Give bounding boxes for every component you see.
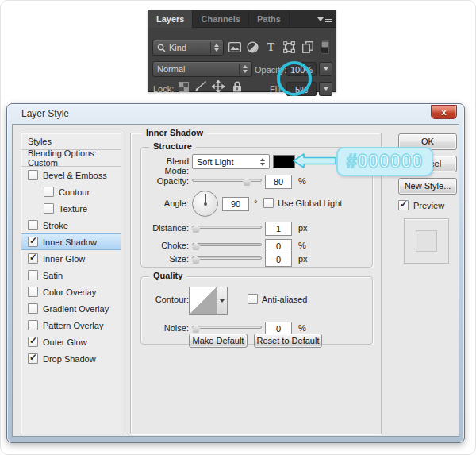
close-button[interactable]: x	[431, 105, 457, 119]
lock-all-button[interactable]	[231, 80, 244, 93]
styles-item-color-overlay[interactable]: Color Overlay	[21, 283, 121, 300]
contour-checkbox[interactable]	[44, 187, 54, 197]
filter-shape-button[interactable]	[282, 40, 296, 54]
stroke-checkbox[interactable]	[28, 220, 38, 230]
lock-position-button[interactable]	[212, 80, 225, 93]
satin-checkbox[interactable]	[28, 270, 38, 280]
noise-slider[interactable]	[192, 323, 262, 334]
use-global-light-checkbox[interactable]	[263, 198, 274, 208]
styles-list-header[interactable]: Styles	[21, 133, 121, 150]
lock-label: Lock:	[153, 84, 174, 94]
anti-aliased-checkbox[interactable]	[248, 294, 258, 304]
size-label: Size:	[141, 254, 189, 264]
lock-pixels-button[interactable]	[194, 80, 207, 93]
preview-row: Preview	[398, 200, 444, 210]
styles-item-blending-options[interactable]: Blending Options: Custom	[21, 150, 121, 167]
styles-item-satin[interactable]: Satin	[21, 267, 121, 283]
filter-adjustment-button[interactable]	[246, 40, 259, 54]
styles-item-pattern-overlay[interactable]: Pattern Overlay	[21, 317, 121, 334]
styles-header-label: Styles	[28, 137, 52, 146]
styles-item-inner-shadow[interactable]: Inner Shadow	[21, 233, 121, 250]
tab-paths[interactable]: Paths	[249, 10, 290, 28]
styles-item-texture[interactable]: Texture	[21, 200, 121, 217]
tab-channels[interactable]: Channels	[193, 10, 249, 28]
size-value-field[interactable]: 0	[265, 253, 292, 267]
callout-text: #000000	[347, 151, 424, 172]
preview-checkbox[interactable]	[398, 200, 409, 210]
chevron-down-icon	[324, 87, 328, 91]
opacity-dropdown-button[interactable]	[319, 62, 332, 76]
style-item-label: Gradient Overlay	[43, 304, 109, 314]
size-unit: px	[298, 254, 308, 264]
smart-object-icon	[302, 41, 313, 53]
style-item-label: Inner Shadow	[43, 237, 97, 247]
slider-track	[192, 243, 262, 246]
panel-menu-button[interactable]	[317, 15, 332, 24]
filter-smart-object-button[interactable]	[301, 40, 314, 54]
distance-slider[interactable]	[192, 223, 262, 234]
tab-layers[interactable]: Layers	[148, 10, 193, 28]
angle-dial[interactable]	[192, 191, 218, 217]
new-style-button[interactable]: New Style...	[398, 178, 457, 195]
styles-item-gradient-overlay[interactable]: Gradient Overlay	[21, 300, 121, 317]
inner-glow-checkbox[interactable]	[28, 253, 38, 264]
pattern-overlay-checkbox[interactable]	[28, 320, 38, 330]
styles-item-outer-glow[interactable]: Outer Glow	[21, 334, 121, 350]
filter-toggle[interactable]	[320, 40, 329, 54]
bevel-emboss-checkbox[interactable]	[28, 170, 38, 180]
fill-dropdown-button[interactable]	[319, 82, 332, 96]
opacity-row: Opacity: 80 %	[141, 174, 372, 190]
opacity-value-field[interactable]: 80	[265, 175, 292, 189]
styles-list: Styles Blending Options: Custom Bevel & …	[21, 133, 121, 434]
drop-shadow-checkbox[interactable]	[28, 353, 38, 364]
filter-image-button[interactable]	[228, 40, 241, 54]
styles-item-contour[interactable]: Contour	[21, 183, 121, 200]
slider-track	[192, 256, 262, 260]
use-global-light-label: Use Global Light	[278, 199, 342, 208]
color-callout: #000000	[336, 147, 433, 176]
distance-unit: px	[298, 223, 308, 233]
inner-shadow-checkbox[interactable]	[28, 237, 38, 247]
opacity-label: Opacity:	[141, 176, 189, 186]
styles-item-drop-shadow[interactable]: Drop Shadow	[21, 350, 121, 367]
noise-label: Noise:	[141, 323, 189, 333]
kind-filter-dropdown[interactable]: Kind	[152, 40, 224, 56]
color-overlay-checkbox[interactable]	[28, 287, 38, 297]
angle-value-field[interactable]: 90	[222, 197, 249, 211]
styles-item-stroke[interactable]: Stroke	[21, 217, 121, 233]
choke-slider[interactable]	[192, 241, 262, 252]
contour-label: Contour:	[141, 295, 189, 304]
contour-row: Contour: Anti-aliased	[141, 285, 372, 317]
style-item-label: Texture	[59, 204, 87, 214]
shape-icon	[283, 41, 295, 53]
dropdown-spinner-icon	[239, 64, 248, 75]
style-item-label: Inner Glow	[43, 254, 85, 264]
angle-row: Angle: 90 ° Use Global Light	[141, 191, 372, 219]
style-item-label: Outer Glow	[43, 337, 87, 347]
outer-glow-checkbox[interactable]	[28, 337, 38, 347]
style-item-label: Satin	[43, 271, 63, 280]
opacity-slider[interactable]	[192, 176, 262, 187]
chevron-down-icon	[220, 299, 225, 303]
layer-blend-mode-value: Normal	[157, 64, 185, 74]
shadow-color-swatch[interactable]	[273, 155, 295, 168]
distance-value-field[interactable]: 1	[265, 222, 292, 236]
preview-label: Preview	[413, 201, 444, 210]
styles-item-inner-glow[interactable]: Inner Glow	[21, 250, 121, 267]
gradient-overlay-checkbox[interactable]	[28, 303, 38, 314]
texture-checkbox[interactable]	[44, 203, 54, 214]
contour-dropdown-button[interactable]	[217, 287, 228, 315]
style-item-label: Color Overlay	[43, 287, 96, 297]
size-slider[interactable]	[192, 254, 262, 265]
reset-to-default-button[interactable]: Reset to Default	[254, 334, 322, 348]
filter-type-button[interactable]: T	[264, 40, 278, 54]
preview-thumbnail	[404, 218, 449, 264]
contour-swatch[interactable]	[189, 287, 217, 315]
lock-transparency-button[interactable]	[177, 80, 190, 93]
search-icon	[157, 44, 166, 52]
blend-mode-dropdown[interactable]: Soft Light	[192, 154, 270, 169]
styles-item-bevel-emboss[interactable]: Bevel & Emboss	[21, 167, 121, 183]
make-default-button[interactable]: Make Default	[189, 334, 248, 348]
layer-blend-mode-dropdown[interactable]: Normal	[152, 61, 252, 77]
choke-label: Choke:	[141, 241, 189, 250]
